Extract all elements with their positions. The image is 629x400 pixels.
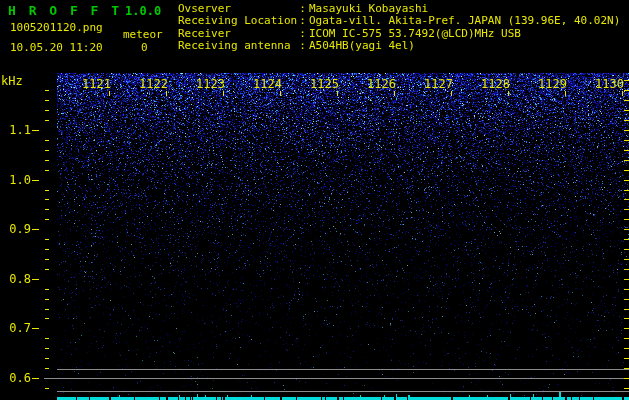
- y-axis-minor-tick: [45, 289, 49, 290]
- x-axis-minute-tick: [280, 91, 281, 96]
- y-axis-minor-tick: [45, 269, 49, 270]
- app-title: H R O F F T: [8, 3, 122, 18]
- x-axis-minute-tick: [166, 91, 167, 96]
- y-axis-right-tick: [624, 130, 629, 131]
- spectrogram-canvas: [0, 0, 629, 400]
- y-axis-major-tick: [32, 279, 39, 280]
- x-axis-minute-tick: [622, 91, 623, 96]
- y-axis-minor-tick: [45, 170, 49, 171]
- y-axis-right-tick: [624, 388, 629, 389]
- y-axis-major-tick: [32, 229, 39, 230]
- y-axis-minor-tick: [45, 120, 49, 121]
- y-axis-minor-tick: [45, 368, 49, 369]
- y-axis-right-tick: [624, 150, 629, 151]
- y-axis-minor-tick: [45, 239, 49, 240]
- x-axis-time-label: 1130: [582, 78, 624, 91]
- y-axis-minor-tick: [45, 90, 49, 91]
- x-axis-minute-tick: [223, 91, 224, 96]
- y-axis-right-tick: [624, 269, 629, 270]
- y-axis-major-tick: [32, 378, 39, 379]
- y-axis-minor-tick: [45, 348, 49, 349]
- y-axis-minor-tick: [45, 388, 49, 389]
- info-row-antenna: Receiving antenna:A504HB(yagi 4el): [178, 40, 620, 52]
- meteor-count-value: 0: [141, 41, 148, 54]
- y-axis-right-tick: [624, 279, 629, 280]
- y-axis-label: 1.1: [0, 123, 31, 137]
- y-axis-label: 0.6: [0, 371, 31, 385]
- y-axis-right-tick: [624, 289, 629, 290]
- x-axis-time-label: 1127: [411, 78, 453, 91]
- y-axis-minor-tick: [45, 358, 49, 359]
- y-axis-right-tick: [624, 368, 629, 369]
- y-axis-major-tick: [32, 180, 39, 181]
- y-axis-right-tick: [624, 239, 629, 240]
- y-axis-right-tick: [624, 299, 629, 300]
- y-axis-minor-tick: [45, 100, 49, 101]
- y-axis-right-tick: [624, 100, 629, 101]
- y-axis-label: 0.9: [0, 222, 31, 236]
- y-axis-right-tick: [624, 318, 629, 319]
- y-axis-minor-tick: [45, 150, 49, 151]
- y-axis-minor-tick: [45, 338, 49, 339]
- y-axis-minor-tick: [45, 318, 49, 319]
- station-info-block: Ovserver:Masayuki Kobayashi Receiving Lo…: [178, 3, 620, 53]
- y-axis-unit-label: kHz: [1, 74, 23, 88]
- hrofft-screenshot: H R O F F T 1.0.0 1005201120.png meteor …: [0, 0, 629, 400]
- info-label: Receiving Location: [178, 15, 296, 27]
- x-axis-time-label: 1122: [126, 78, 168, 91]
- meteor-count-label: meteor: [123, 28, 163, 41]
- x-axis-minute-tick: [109, 91, 110, 96]
- y-axis-right-tick: [624, 328, 629, 329]
- x-axis-minute-tick: [451, 91, 452, 96]
- x-axis-minute-tick: [508, 91, 509, 96]
- x-axis-time-label: 1121: [69, 78, 111, 91]
- y-axis-minor-tick: [45, 190, 49, 191]
- y-axis-right-tick: [624, 90, 629, 91]
- y-axis-right-tick: [624, 140, 629, 141]
- y-axis-right-tick: [624, 229, 629, 230]
- y-axis-right-tick: [624, 190, 629, 191]
- y-axis-minor-tick: [45, 160, 49, 161]
- y-axis-label: 0.7: [0, 321, 31, 335]
- x-axis-minute-tick: [565, 91, 566, 96]
- y-axis-minor-tick: [45, 110, 49, 111]
- app-version: 1.0.0: [125, 4, 161, 18]
- x-axis-time-label: 1124: [240, 78, 282, 91]
- y-axis-minor-tick: [45, 209, 49, 210]
- observation-datetime: 10.05.20 11:20: [10, 41, 103, 54]
- y-axis-right-tick: [624, 309, 629, 310]
- y-axis-right-tick: [624, 199, 629, 200]
- y-axis-label: 0.8: [0, 272, 31, 286]
- y-axis-right-tick: [624, 358, 629, 359]
- x-axis-time-label: 1125: [297, 78, 339, 91]
- y-axis-minor-tick: [45, 259, 49, 260]
- y-axis-minor-tick: [45, 249, 49, 250]
- y-axis-major-tick: [32, 130, 39, 131]
- x-axis-time-label: 1128: [468, 78, 510, 91]
- y-axis-minor-tick: [45, 199, 49, 200]
- y-axis-right-tick: [624, 170, 629, 171]
- x-axis-minute-tick: [337, 91, 338, 96]
- info-value: Ogata-vill. Akita-Pref. JAPAN (139.96E, …: [309, 15, 620, 27]
- y-axis-right-tick: [624, 110, 629, 111]
- output-filename: 1005201120.png: [10, 21, 103, 34]
- y-axis-right-tick: [624, 378, 629, 379]
- y-axis-right-tick: [624, 120, 629, 121]
- x-axis-time-label: 1129: [525, 78, 567, 91]
- y-axis-minor-tick: [45, 299, 49, 300]
- info-colon: :: [296, 40, 309, 52]
- y-axis-minor-tick: [45, 309, 49, 310]
- y-axis-right-tick: [624, 209, 629, 210]
- y-axis-right-tick: [624, 249, 629, 250]
- y-axis-right-tick: [624, 80, 629, 81]
- x-axis-time-label: 1126: [354, 78, 396, 91]
- info-label: Receiving antenna: [178, 40, 296, 52]
- x-axis-time-label: 1123: [183, 78, 225, 91]
- y-axis-right-tick: [624, 348, 629, 349]
- y-axis-right-tick: [624, 259, 629, 260]
- y-axis-right-tick: [624, 180, 629, 181]
- info-value: A504HB(yagi 4el): [309, 40, 415, 52]
- y-axis-right-tick: [624, 338, 629, 339]
- x-axis-minute-tick: [394, 91, 395, 96]
- y-axis-major-tick: [32, 328, 39, 329]
